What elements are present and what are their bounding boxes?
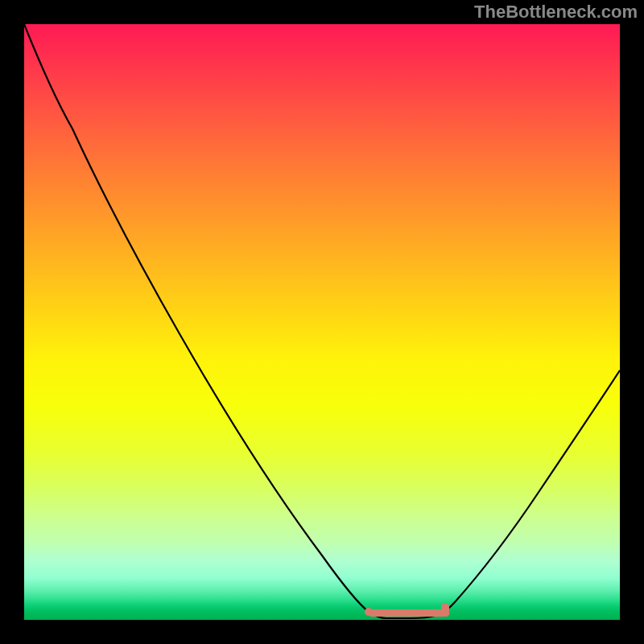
sweet-spot-marker [365, 604, 449, 617]
bottleneck-curve-path [24, 24, 620, 618]
chart-plot-area [24, 24, 620, 620]
watermark-text: TheBottleneck.com [474, 2, 638, 23]
svg-rect-1 [369, 609, 445, 617]
svg-rect-2 [441, 604, 449, 617]
chart-svg [24, 24, 620, 620]
